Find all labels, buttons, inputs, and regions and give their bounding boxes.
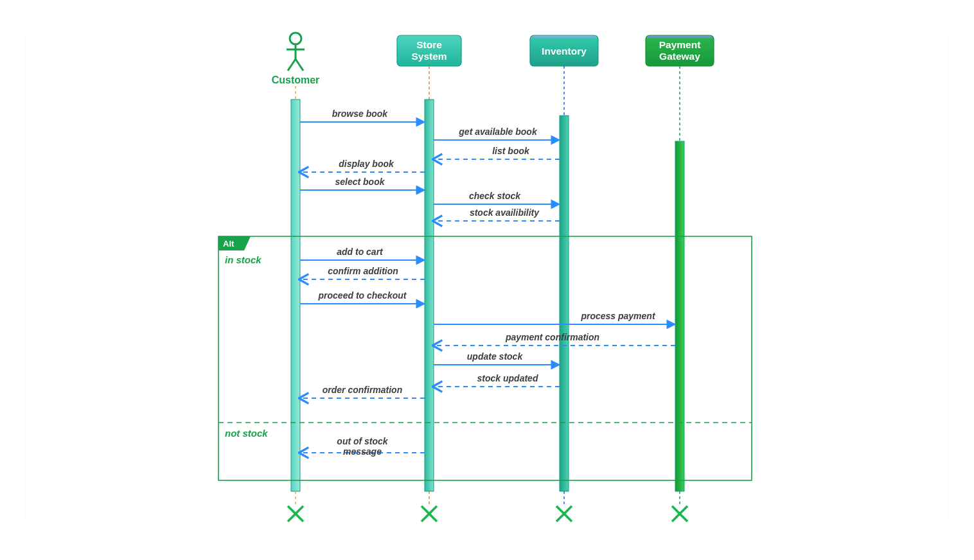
participant-inventory: Inventory [530, 35, 598, 116]
svg-text:add to cart: add to cart [337, 247, 384, 257]
participant-inventory-label: Inventory [542, 46, 587, 57]
message-update-stock: update stock [434, 351, 560, 365]
svg-text:display book: display book [339, 159, 394, 169]
svg-text:get available book: get available book [458, 127, 538, 137]
message-list-book: list book [434, 146, 560, 159]
message-out-of-stock: out of stock message [300, 436, 425, 457]
svg-text:check stock: check stock [469, 191, 521, 201]
svg-text:stock updated: stock updated [477, 373, 538, 383]
svg-text:message: message [343, 446, 382, 457]
destroy-inventory [556, 506, 572, 521]
svg-point-0 [290, 33, 301, 44]
svg-text:process payment: process payment [580, 311, 655, 321]
destroy-store [421, 506, 437, 521]
alt-guard-notstock: not stock [225, 428, 268, 439]
destroy-payment [672, 506, 687, 521]
destroy-customer [288, 506, 303, 521]
message-process-payment: process payment [434, 311, 675, 324]
svg-text:update stock: update stock [467, 351, 524, 362]
message-select-book: select book [300, 177, 425, 190]
message-get-available-book: get available book [434, 127, 560, 140]
participant-payment: Payment Gateway [646, 35, 714, 141]
participant-payment-label-2: Gateway [659, 51, 700, 62]
svg-text:stock availibility: stock availibility [470, 207, 540, 218]
message-stock-availability: stock availibility [434, 207, 560, 221]
svg-text:out of stock: out of stock [337, 436, 389, 446]
sequence-diagram-frame: Customer Store System Inventory Payment … [26, 13, 948, 539]
message-stock-updated: stock updated [434, 373, 560, 387]
participant-store-label-1: Store [416, 39, 442, 50]
message-browse-book: browse book [300, 109, 425, 122]
message-proceed-checkout: proceed to checkout [300, 290, 425, 304]
sequence-diagram: Customer Store System Inventory Payment … [26, 13, 948, 539]
message-add-to-cart: add to cart [300, 247, 425, 260]
svg-line-3 [288, 59, 296, 71]
svg-text:payment confirmation: payment confirmation [505, 332, 599, 342]
participant-customer: Customer [272, 33, 320, 100]
svg-text:select book: select book [335, 177, 385, 187]
message-payment-confirmation: payment confirmation [434, 332, 675, 346]
svg-text:list book: list book [492, 146, 530, 156]
svg-text:proceed to checkout: proceed to checkout [318, 290, 407, 301]
svg-line-4 [296, 59, 303, 71]
participant-payment-label-1: Payment [659, 39, 701, 50]
message-confirm-addition: confirm addition [300, 266, 425, 279]
message-display-book: display book [300, 159, 425, 172]
participant-store-label-2: System [411, 51, 447, 62]
activation-customer [291, 100, 300, 491]
svg-text:browse book: browse book [332, 109, 389, 119]
alt-guard-instock: in stock [225, 254, 261, 265]
svg-text:confirm addition: confirm addition [328, 266, 398, 276]
activation-inventory [560, 116, 569, 491]
participant-store: Store System [397, 35, 461, 100]
activation-payment [675, 141, 684, 491]
alt-tag-label: Alt [223, 239, 235, 249]
message-order-confirmation: order confirmation [300, 385, 425, 398]
activation-store [425, 100, 434, 491]
message-check-stock: check stock [434, 191, 560, 204]
participant-customer-label: Customer [272, 74, 320, 85]
svg-text:order confirmation: order confirmation [323, 385, 402, 395]
